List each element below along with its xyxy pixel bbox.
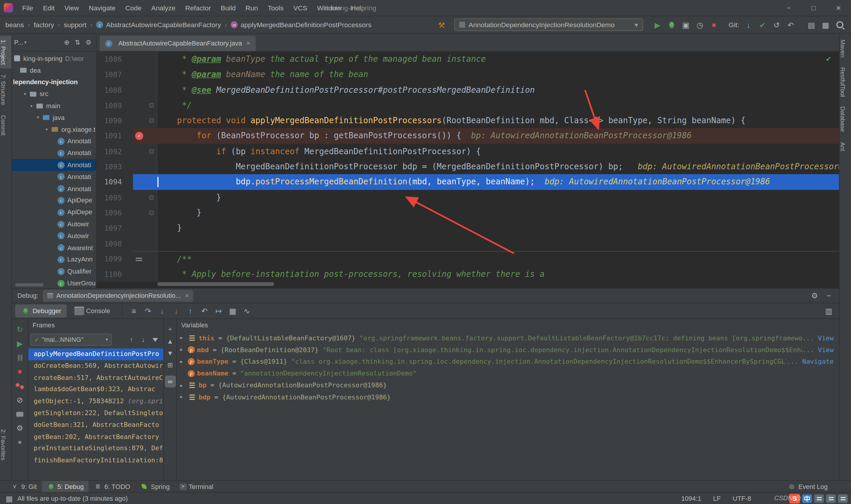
history-icon[interactable]: ↺ [769, 18, 784, 31]
hide-frames-icon[interactable] [149, 333, 161, 346]
project-panel-title[interactable]: P... [14, 38, 23, 46]
copy-value-icon[interactable]: ⊞ [165, 359, 176, 371]
frame-row[interactable]: applyMergedBeanDefinitionPostPro [29, 348, 163, 360]
commit-icon[interactable]: ✔ [756, 18, 770, 31]
force-step-into-icon[interactable]: ↓ [169, 304, 183, 317]
show-watches-icon[interactable]: ∞ [165, 376, 176, 387]
chevron-down-icon[interactable]: ▾ [628, 21, 638, 29]
view-breakpoints-icon[interactable] [13, 379, 27, 393]
stripe-item-favorites[interactable]: 2: Favorites [0, 425, 12, 464]
line-separator[interactable]: LF [713, 494, 721, 502]
toolbar-item-eventlog[interactable]: ◎Event Log [782, 480, 832, 492]
locate-file-icon[interactable]: ⊕ [61, 36, 72, 49]
project-tree-item[interactable]: king-in-springD:\wor [12, 53, 96, 65]
close-icon[interactable]: × [247, 40, 250, 47]
step-out-icon[interactable]: ↑ [183, 304, 197, 317]
layout-icon[interactable]: ▦ [818, 18, 833, 31]
menu-view[interactable]: View [59, 0, 84, 16]
code-line-1100[interactable]: 1100 * Apply before-instantiation post-p… [97, 267, 839, 282]
maximize-icon[interactable]: □ [801, 1, 826, 15]
project-tree-item[interactable]: ▾org.xiaoge.t [12, 124, 96, 135]
project-tree-item[interactable]: ▾main [12, 100, 96, 112]
variable-link-view[interactable]: View [818, 346, 834, 354]
toolbar-item-spring[interactable]: Spring [135, 480, 175, 492]
variable-row[interactable]: pbeanName = "annotationDependencyInjecti… [177, 367, 839, 379]
frame-row[interactable]: getObject:-1, 758348212 (org.sprin [29, 396, 163, 408]
code-line-1095[interactable]: 1095 } [97, 190, 839, 205]
code-editor[interactable]: 1086 * @param beanType the actual type o… [97, 51, 839, 288]
menu-build[interactable]: Build [216, 0, 240, 16]
variable-link-navigate[interactable]: Navigate [802, 358, 834, 365]
code-line-1094[interactable]: 1094 bdp.postProcessMergedBeanDefinition… [97, 174, 839, 190]
previous-frame-icon[interactable]: ↑ [125, 333, 137, 346]
rollback-icon[interactable]: ↶ [784, 18, 798, 31]
menu-file[interactable]: File [17, 0, 38, 16]
ime-lang-icon[interactable] [802, 494, 812, 503]
pause-icon[interactable] [13, 351, 27, 365]
frame-row[interactable]: doGetBean:321, AbstractBeanFacto [29, 419, 163, 431]
stripe-item-project[interactable]: 1: Project [0, 36, 12, 69]
toolbar-item-todo[interactable]: ≣6: TODO [89, 480, 135, 492]
frame-row[interactable]: getSingleton:222, DefaultSingleton [29, 408, 163, 419]
menu-vcs[interactable]: VCS [288, 0, 312, 16]
code-line-1090[interactable]: 1090 protected void applyMergedBeanDefin… [97, 113, 839, 128]
toolwindows-icon[interactable]: ▦ [4, 492, 14, 504]
profiler-icon[interactable]: ◷ [693, 18, 707, 31]
stop-icon[interactable]: ■ [13, 364, 27, 379]
project-tree-item[interactable]: ▾src [12, 88, 96, 100]
expand-arrow-icon[interactable]: ▶ [180, 347, 188, 353]
run-icon[interactable]: ▶ [650, 18, 665, 31]
menu-run[interactable]: Run [240, 0, 263, 16]
stripe-item-commit[interactable]: Commit [0, 111, 12, 140]
toolbar-item-debug[interactable]: 5: Debug [42, 480, 89, 492]
project-tree-item[interactable]: cApiDepe [12, 206, 96, 218]
file-encoding[interactable]: UTF-8 [733, 494, 751, 502]
close-icon[interactable]: × [185, 292, 189, 300]
thread-dump-icon[interactable] [13, 407, 27, 421]
project-tree-item[interactable]: cQualifier [12, 266, 96, 277]
minimize-icon[interactable]: − [776, 1, 801, 15]
project-settings-icon[interactable]: ⚙ [83, 36, 94, 49]
expand-arrow-icon[interactable]: ▶ [180, 383, 188, 388]
project-tree-item[interactable]: cAnnotati [12, 135, 96, 147]
code-line-1096[interactable]: 1096 } [97, 205, 839, 220]
frame-row[interactable]: doCreateBean:569, AbstractAutowir [29, 360, 163, 372]
settings-icon[interactable]: ⚙ [808, 289, 822, 302]
menu-code[interactable]: Code [121, 0, 147, 16]
project-tree-item[interactable]: lependency-injection [12, 76, 96, 88]
project-tree-item[interactable]: cAnnotati [12, 159, 96, 171]
tab-console[interactable]: Console [69, 304, 115, 317]
evaluate-expression-icon[interactable]: ▦ [226, 304, 240, 317]
code-line-1093[interactable]: 1093 MergedBeanDefinitionPostProcessor b… [97, 159, 839, 174]
editor-tab[interactable]: c AbstractAutowireCapableBeanFactory.jav… [100, 36, 256, 51]
project-tree-item[interactable]: cAnnotati [12, 183, 96, 195]
tab-debugger[interactable]: Debugger [15, 304, 67, 317]
rerun-icon[interactable]: ↻ [13, 322, 27, 337]
trace-current-stream-icon[interactable]: ∿ [240, 304, 254, 317]
expand-arrow-icon[interactable]: ▶ [180, 359, 188, 364]
stop-icon[interactable]: ■ [707, 18, 721, 31]
ime-tool-icon-3[interactable] [838, 494, 848, 503]
project-tree-item[interactable]: dea [12, 65, 96, 76]
editor-hscrollbar[interactable] [158, 282, 274, 286]
expand-arrow-icon[interactable]: ▶ [180, 336, 188, 341]
project-tree-item[interactable]: ▾java [12, 112, 96, 124]
expand-icon[interactable]: ▲ [165, 335, 176, 347]
variable-link-view[interactable]: View [818, 334, 834, 342]
fold-marker-icon[interactable] [149, 119, 153, 123]
search-everywhere-icon[interactable] [832, 18, 847, 31]
restore-layout-icon[interactable]: ▥ [822, 304, 836, 317]
project-tree-item[interactable]: cAutowir [12, 218, 96, 230]
project-tree-item[interactable]: cAnnotati [12, 147, 96, 159]
project-tree-item[interactable]: cApiDepe [12, 195, 96, 206]
add-watch-icon[interactable]: + [165, 324, 176, 335]
next-frame-icon[interactable]: ↓ [138, 333, 149, 346]
code-line-1097[interactable]: 1097 } [97, 220, 839, 236]
code-line-1088[interactable]: 1088 * @see MergedBeanDefinitionPostProc… [97, 82, 839, 97]
code-line-1092[interactable]: 1092 if (bp instanceof MergedBeanDefinit… [97, 144, 839, 159]
fold-marker-icon[interactable] [149, 103, 153, 108]
breadcrumb-item[interactable]: cAbstractAutowireCapableBeanFactory [95, 21, 222, 29]
step-over-icon[interactable]: ↷ [141, 304, 155, 317]
stripe-item-structure[interactable]: 7: Structure [0, 71, 12, 109]
drop-frame-icon[interactable]: ↶ [197, 304, 212, 317]
